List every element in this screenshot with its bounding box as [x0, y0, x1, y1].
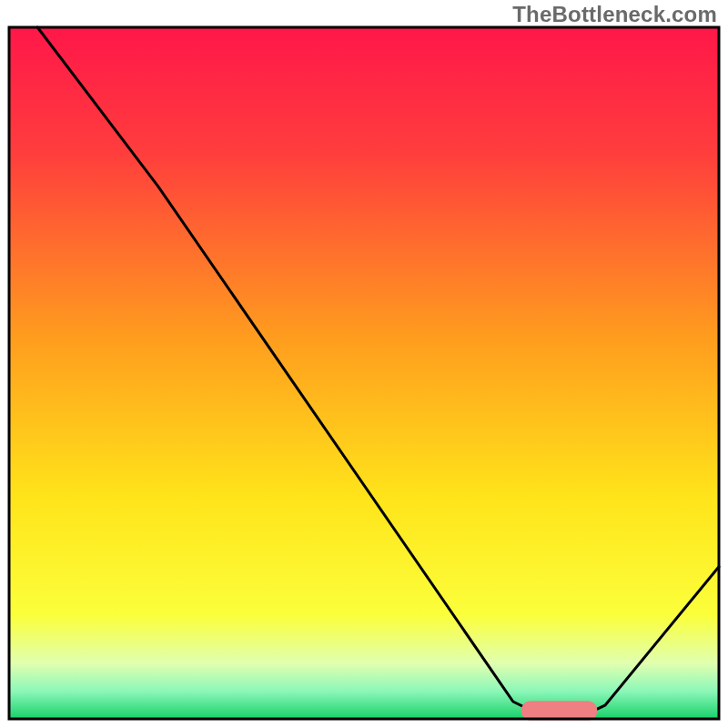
- optimal-range-marker: [521, 701, 598, 720]
- chart-svg: [0, 0, 728, 728]
- watermark-text: TheBottleneck.com: [512, 2, 717, 27]
- bottleneck-chart: TheBottleneck.com: [0, 0, 728, 728]
